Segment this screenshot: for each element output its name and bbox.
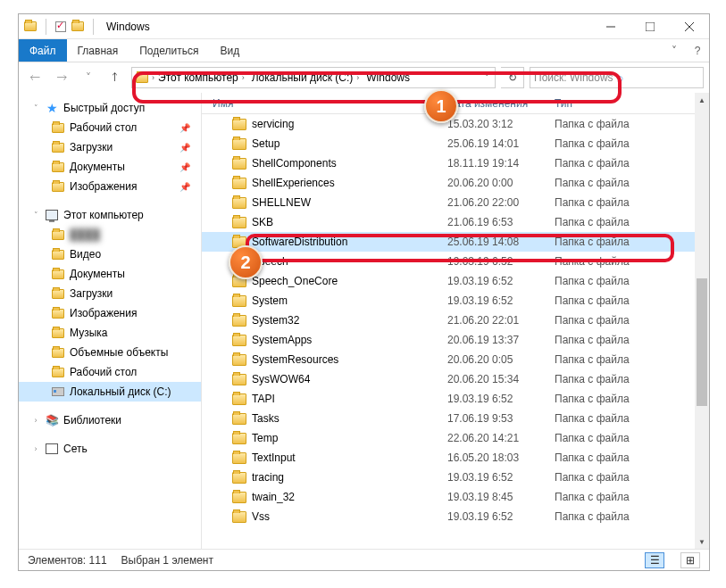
file-date: 25.06.19 14:01 (447, 137, 555, 150)
sidebar-quick-access[interactable]: ˅ ★ Быстрый доступ (19, 98, 201, 118)
separator (46, 19, 46, 35)
close-button[interactable] (670, 14, 709, 39)
file-row[interactable]: Speech_OneCore19.03.19 6:52Папка с файла (202, 271, 709, 291)
sidebar-libraries[interactable]: › 📚 Библиотеки (19, 410, 201, 430)
maximize-button[interactable] (630, 14, 670, 39)
file-date: 19.03.19 6:52 (447, 471, 555, 484)
ribbon-expand-icon[interactable]: ˅ (663, 39, 686, 62)
file-type: Папка с файла (555, 471, 709, 484)
file-row[interactable]: SystemResources20.06.20 0:05Папка с файл… (202, 350, 709, 369)
scroll-up-icon[interactable]: ▲ (695, 93, 709, 107)
sidebar-item[interactable]: Загрузки📌 (19, 137, 201, 157)
column-header-type[interactable]: Тип (555, 97, 709, 110)
sidebar-item[interactable]: Видео (19, 244, 201, 264)
breadcrumb-item[interactable]: Локальный диск (C:)› (248, 68, 363, 87)
file-row[interactable]: System19.03.19 6:52Папка с файла (202, 291, 709, 311)
file-row[interactable]: twain_3219.03.19 8:45Папка с файла (202, 487, 709, 507)
file-row[interactable]: Temp22.06.20 14:21Папка с файла (202, 428, 709, 448)
sidebar-item[interactable]: Изображения (19, 303, 201, 323)
refresh-button[interactable]: ↻ (501, 67, 524, 88)
expand-caret-icon[interactable]: › (31, 416, 40, 425)
tab-view[interactable]: Вид (209, 39, 250, 62)
sidebar-item[interactable]: Объемные объекты (19, 343, 201, 362)
file-row[interactable]: servicing15.03.20 3:12Папка с файла (202, 114, 709, 134)
breadcrumb-label: Локальный диск (C:) (252, 71, 354, 84)
file-row[interactable]: SHELLNEW21.06.20 22:00Папка с файла (202, 193, 709, 212)
file-row[interactable]: TextInput16.05.20 18:03Папка с файла (202, 448, 709, 468)
file-date: 21.06.20 22:01 (447, 314, 555, 327)
details-view-button[interactable]: ☰ (645, 552, 664, 568)
breadcrumb-item[interactable]: Windows (363, 68, 413, 87)
file-name: System32 (252, 314, 299, 327)
minimize-button[interactable] (591, 14, 630, 39)
file-row[interactable]: SysWOW6420.06.20 15:34Папка с файла (202, 369, 709, 389)
file-row[interactable]: Setup25.06.19 14:01Папка с файла (202, 134, 709, 153)
sidebar-item[interactable]: ████ (19, 225, 201, 244)
sidebar-item-label: Изображения (70, 180, 137, 193)
sidebar-item[interactable]: Загрузки (19, 284, 201, 303)
sidebar-item[interactable]: Изображения📌 (19, 177, 201, 196)
sidebar-item[interactable]: Локальный диск (C:) (19, 382, 201, 402)
folder-icon (51, 120, 65, 135)
expand-caret-icon[interactable]: ˅ (31, 211, 40, 219)
properties-icon[interactable] (55, 21, 66, 32)
forward-button[interactable]: 🡒 (51, 67, 72, 88)
sidebar-item[interactable]: Музыка (19, 323, 201, 343)
file-date: 20.06.20 0:00 (447, 177, 555, 189)
file-row[interactable]: Vss19.03.19 6:52Папка с файла (202, 507, 709, 526)
tab-share[interactable]: Поделиться (129, 39, 209, 62)
search-input[interactable]: Поиск: Windows ⌕ (530, 67, 704, 88)
file-list[interactable]: servicing15.03.20 3:12Папка с файлаSetup… (202, 114, 709, 549)
file-row[interactable]: Speech19.03.19 6:52Папка с файла (202, 252, 709, 271)
column-header-date[interactable]: Дата изменения (447, 97, 555, 110)
item-icon (51, 365, 65, 379)
file-row[interactable]: ShellComponents18.11.19 19:14Папка с фай… (202, 153, 709, 173)
sidebar-item[interactable]: Рабочий стол (19, 362, 201, 382)
chevron-right-icon[interactable]: › (242, 73, 245, 82)
file-date: 21.06.20 22:00 (447, 196, 555, 209)
file-row[interactable]: tracing19.03.19 6:52Папка с файла (202, 468, 709, 487)
file-row[interactable]: TAPI19.03.19 6:52Папка с файла (202, 389, 709, 409)
chevron-right-icon[interactable]: › (356, 73, 359, 82)
new-folder-icon[interactable] (71, 21, 84, 31)
sidebar-item-label: Изображения (70, 307, 137, 319)
up-button[interactable]: 🡑 (104, 67, 126, 88)
navigation-pane[interactable]: ˅ ★ Быстрый доступ Рабочий стол📌Загрузки… (19, 93, 202, 549)
sidebar-this-pc[interactable]: ˅ Этот компьютер (19, 205, 201, 225)
recent-dropdown-icon[interactable]: ˅ (78, 67, 99, 88)
file-row[interactable]: Tasks17.06.19 9:53Папка с файла (202, 409, 709, 428)
file-type: Папка с файла (555, 412, 709, 425)
scroll-track[interactable] (695, 107, 709, 534)
sidebar-item[interactable]: Документы📌 (19, 157, 201, 177)
icons-view-button[interactable]: ⊞ (680, 552, 700, 568)
folder-icon (232, 335, 246, 346)
file-row[interactable]: SoftwareDistribution25.06.19 14:08Папка … (202, 232, 709, 252)
address-bar[interactable]: › Этот компьютер› Локальный диск (C:)› W… (131, 67, 496, 88)
scroll-down-icon[interactable]: ▼ (695, 534, 709, 549)
expand-caret-icon[interactable]: › (31, 444, 40, 453)
back-button[interactable]: 🡐 (24, 67, 46, 88)
folder-icon (51, 160, 65, 174)
sidebar-network[interactable]: › Сеть (19, 439, 201, 459)
pin-icon: 📌 (179, 143, 190, 153)
file-name: servicing (252, 118, 294, 130)
file-name: Vss (252, 510, 270, 523)
sidebar-item[interactable]: Рабочий стол📌 (19, 118, 201, 137)
help-icon[interactable]: ? (686, 39, 709, 62)
scroll-thumb[interactable] (697, 278, 707, 407)
tab-home[interactable]: Главная (67, 39, 129, 62)
chevron-down-icon[interactable]: ˅ (480, 73, 495, 82)
file-name: Speech_OneCore (252, 275, 338, 287)
vertical-scrollbar[interactable]: ▲ ▼ (695, 93, 709, 549)
file-row[interactable]: SKB21.06.19 6:53Папка с файла (202, 212, 709, 232)
column-header-name[interactable]: Имя (202, 97, 447, 110)
expand-caret-icon[interactable]: ˅ (31, 104, 40, 112)
file-row[interactable]: System3221.06.20 22:01Папка с файла (202, 311, 709, 330)
file-row[interactable]: SystemApps20.06.19 13:37Папка с файла (202, 330, 709, 350)
sidebar-item[interactable]: Документы (19, 264, 201, 284)
tab-file[interactable]: Файл (19, 39, 67, 62)
file-row[interactable]: ShellExperiences20.06.20 0:00Папка с фай… (202, 173, 709, 193)
search-icon: ⌕ (617, 71, 700, 84)
folder-icon (232, 433, 246, 444)
breadcrumb-item[interactable]: Этот компьютер› (154, 68, 248, 87)
